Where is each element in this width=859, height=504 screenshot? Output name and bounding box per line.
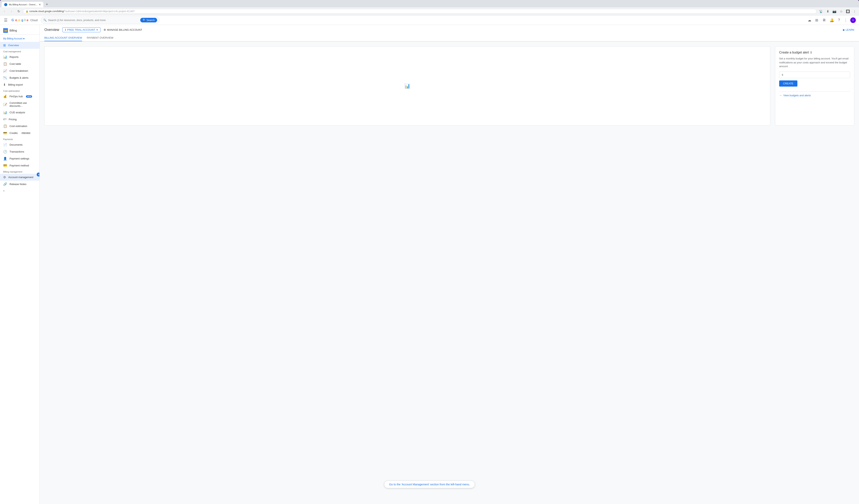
billing-header: 💳 Billing bbox=[0, 27, 40, 35]
budgets-label: Budgets & alerts bbox=[10, 76, 28, 79]
sidebar-item-credits[interactable]: 💳 Credits PREVIEW bbox=[0, 129, 40, 137]
logo-o1: o bbox=[15, 18, 17, 22]
browser-toolbar: ‹ › ↻ 🔒 console.cloud.google.com/billing… bbox=[0, 7, 859, 15]
main-content: 📊 Create a budget alert ℹ Set a monthly … bbox=[40, 42, 859, 131]
address-bar[interactable]: 🔒 console.cloud.google.com/billing/?auth… bbox=[23, 9, 817, 14]
search-bar[interactable]: 🔍 🔍 Search bbox=[41, 16, 160, 24]
committed-use-label: Committed use discounts... bbox=[10, 102, 36, 107]
billing-export-icon: ⬇ bbox=[3, 83, 6, 87]
learn-label: LEARN bbox=[846, 28, 854, 31]
new-badge: NEW bbox=[26, 95, 32, 98]
chart-area: 📊 bbox=[44, 46, 770, 126]
browser-chrome: 🔵 My Billing Account – Overvi... ✕ + bbox=[0, 0, 859, 7]
cost-table-label: Cost table bbox=[10, 62, 21, 65]
sidebar-collapse-button[interactable]: « bbox=[0, 188, 40, 194]
tab-close-button[interactable]: ✕ bbox=[39, 3, 41, 6]
active-tab[interactable]: 🔵 My Billing Account – Overvi... ✕ bbox=[2, 2, 43, 7]
preview-badge: PREVIEW bbox=[21, 132, 31, 134]
sidebar-item-payment-method[interactable]: 💳 Payment method bbox=[0, 162, 40, 169]
sidebar-item-budgets-alerts[interactable]: 📉 Budgets & alerts bbox=[0, 74, 40, 81]
sidebar-item-release-notes[interactable]: 🔗 Release Notes bbox=[0, 181, 40, 188]
account-management-label: Account management bbox=[8, 176, 33, 179]
avatar[interactable]: U bbox=[850, 17, 856, 23]
logo-e: e bbox=[27, 18, 28, 22]
toolbar-icons: 📡 ⬇ 📷 ☆ 🔲 ⋮ bbox=[818, 9, 857, 14]
sidebar-item-billing-export[interactable]: ⬇ Billing export bbox=[0, 81, 40, 88]
billing-title: Billing bbox=[10, 29, 17, 32]
search-button[interactable]: 🔍 Search bbox=[140, 18, 157, 22]
tab-payment-overview[interactable]: PAYMENT OVERVIEW bbox=[87, 35, 113, 41]
learn-button[interactable]: ▶ LEARN bbox=[843, 28, 854, 31]
cast-button[interactable]: 📡 bbox=[818, 9, 824, 14]
billing-account-name-text: My Billing Account bbox=[3, 37, 22, 40]
forward-button[interactable]: › bbox=[9, 9, 14, 14]
page-header-top: Overview ℹ FREE TRIAL ACCOUNT ▾ ⚙ MANAGE… bbox=[40, 25, 859, 35]
new-tab-button[interactable]: + bbox=[44, 2, 49, 7]
extension-button[interactable]: 🔲 bbox=[845, 9, 851, 14]
app-bar: ☰ Google Cloud 🔍 🔍 Search ☁ ⊞ 🖥 🔔 ? ⋮ U bbox=[0, 15, 859, 25]
content-area: Overview ℹ FREE TRIAL ACCOUNT ▾ ⚙ MANAGE… bbox=[40, 25, 859, 504]
sidebar-item-cost-breakdown[interactable]: 📈 Cost breakdown bbox=[0, 67, 40, 74]
page-tabs: BILLING ACCOUNT OVERVIEW PAYMENT OVERVIE… bbox=[40, 35, 859, 42]
view-budgets-link[interactable]: → View budgets and alerts bbox=[779, 94, 850, 97]
create-budget-button[interactable]: CREATE bbox=[779, 80, 797, 87]
hamburger-menu-button[interactable]: ☰ bbox=[3, 17, 8, 24]
logo-g: G bbox=[12, 18, 14, 22]
budget-amount-input[interactable] bbox=[779, 72, 850, 78]
billing-export-label: Billing export bbox=[8, 83, 23, 86]
release-notes-label: Release Notes bbox=[10, 183, 26, 186]
release-notes-icon: 🔗 bbox=[3, 182, 7, 186]
payment-settings-icon: 👤 bbox=[3, 157, 7, 161]
sidebar-item-cost-table[interactable]: 📋 Cost table bbox=[0, 60, 40, 67]
committed-use-icon: 📝 bbox=[3, 103, 7, 106]
tab-billing-account-overview[interactable]: BILLING ACCOUNT OVERVIEW bbox=[44, 35, 82, 41]
url-display: console.cloud.google.com/billing/?authus… bbox=[29, 10, 814, 13]
budget-info-icon[interactable]: ℹ bbox=[811, 50, 812, 54]
sidebar-item-transactions[interactable]: 🕐 Transactions bbox=[0, 148, 40, 155]
cloud-icon-button[interactable]: ☁ bbox=[807, 17, 812, 24]
more-options-button[interactable]: ⋮ bbox=[843, 17, 849, 24]
billing-account-link[interactable]: My Billing Account ▾ bbox=[0, 36, 40, 42]
sidebar-item-cud-analysis[interactable]: 📊 CUD analysis bbox=[0, 109, 40, 116]
download-button[interactable]: ⬇ bbox=[825, 9, 830, 14]
sidebar-item-account-management[interactable]: ⚙ Account management 4 bbox=[0, 174, 40, 181]
logo-o2: o bbox=[18, 18, 20, 22]
search-input[interactable] bbox=[48, 19, 139, 21]
search-btn-label: Search bbox=[147, 19, 155, 21]
cost-breakdown-icon: 📈 bbox=[3, 69, 7, 73]
more-button[interactable]: ⋮ bbox=[852, 9, 857, 14]
sidebar-item-committed-use[interactable]: 📝 Committed use discounts... bbox=[0, 100, 40, 109]
sidebar-item-finops-hub[interactable]: 💰 FinOps hub NEW bbox=[0, 93, 40, 100]
sidebar-item-reports[interactable]: 📊 Reports bbox=[0, 54, 40, 60]
manage-billing-icon: ⚙ bbox=[104, 28, 106, 31]
sidebar-item-pricing[interactable]: 🏷 Pricing bbox=[0, 116, 40, 123]
sidebar-item-documents[interactable]: 📄 Documents bbox=[0, 141, 40, 148]
pricing-label: Pricing bbox=[9, 118, 17, 121]
bookmark-button[interactable]: ☆ bbox=[839, 9, 844, 14]
help-button[interactable]: ? bbox=[837, 17, 841, 24]
budgets-icon: 📉 bbox=[3, 76, 7, 80]
cud-analysis-label: CUD analysis bbox=[10, 111, 25, 114]
google-cloud-logo: Google Cloud bbox=[12, 18, 37, 22]
grid-icon-button[interactable]: ⊞ bbox=[814, 17, 819, 24]
cud-analysis-icon: 📊 bbox=[3, 110, 7, 114]
sidebar-item-cost-estimation[interactable]: 📋 Cost estimation bbox=[0, 123, 40, 129]
reports-label: Reports bbox=[10, 56, 19, 59]
monitor-icon-button[interactable]: 🖥 bbox=[821, 17, 827, 24]
free-trial-badge[interactable]: ℹ FREE TRIAL ACCOUNT ▾ bbox=[62, 27, 101, 32]
search-btn-icon: 🔍 bbox=[142, 19, 146, 21]
documents-label: Documents bbox=[10, 143, 22, 146]
reports-icon: 📊 bbox=[3, 55, 7, 59]
sidebar-item-overview[interactable]: ⊞ Overview bbox=[0, 42, 40, 49]
back-button[interactable]: ‹ bbox=[2, 9, 7, 14]
screenshot-button[interactable]: 📷 bbox=[832, 9, 837, 14]
sidebar-item-payment-settings[interactable]: 👤 Payment settings bbox=[0, 155, 40, 162]
cost-breakdown-label: Cost breakdown bbox=[10, 69, 28, 72]
manage-billing-button[interactable]: ⚙ MANAGE BILLING ACCOUNT bbox=[104, 28, 142, 31]
notification-button[interactable]: 🔔 bbox=[828, 17, 835, 24]
logo-cloud: Cloud bbox=[30, 19, 37, 22]
reload-button[interactable]: ↻ bbox=[16, 9, 21, 14]
budget-title-text: Create a budget alert bbox=[779, 51, 809, 54]
credits-label: Credits bbox=[10, 132, 18, 135]
overview-icon: ⊞ bbox=[3, 43, 6, 47]
